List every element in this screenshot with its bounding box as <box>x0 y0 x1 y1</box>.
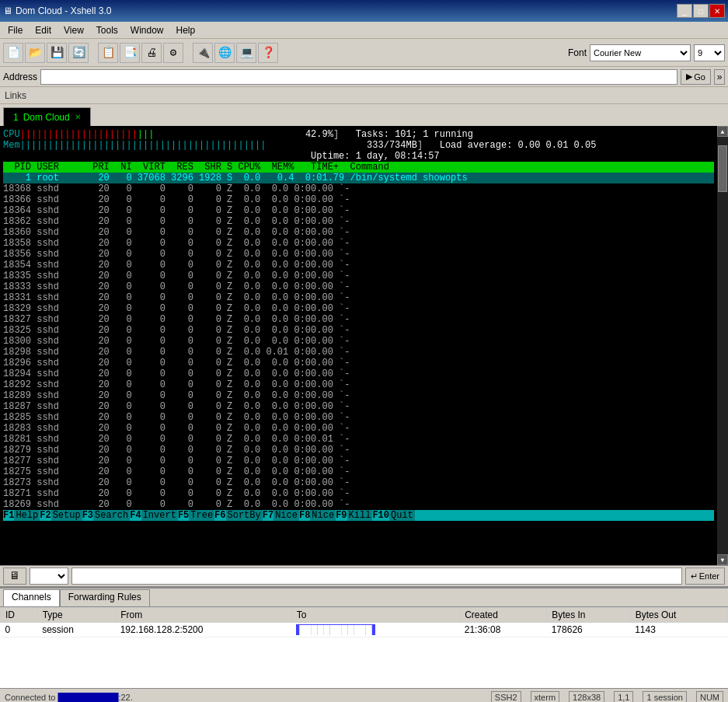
col-id: ID <box>1 608 38 623</box>
terminal-scrollbar[interactable]: ▲ ▼ <box>717 126 728 565</box>
tab-channels[interactable]: Channels <box>3 589 60 606</box>
titlebar-title: Dom Cloud - Xshell 3.0 <box>16 5 111 16</box>
col-from: From <box>116 608 292 623</box>
cell-from: 192.168.128.2:5200 <box>116 623 292 637</box>
menu-view[interactable]: View <box>57 23 90 37</box>
status-session: 1 session <box>643 691 686 703</box>
globe-button[interactable]: 🌐 <box>214 43 235 63</box>
cell-type: session <box>37 623 115 637</box>
scroll-down-button[interactable]: ▼ <box>717 554 728 565</box>
menu-tools[interactable]: Tools <box>90 23 124 37</box>
menubar: File Edit View Tools Window Help <box>0 22 728 39</box>
tab-close-icon[interactable]: ✕ <box>75 113 81 121</box>
new-button[interactable]: 📄 <box>3 43 23 63</box>
font-size-select[interactable]: 9 10 12 <box>694 44 725 61</box>
panel-content: ID Type From To Created Bytes In Bytes O… <box>0 607 728 690</box>
terminal-wrapper: CPU|||||||||||||||||||||||| 42.9%] Tasks… <box>0 126 728 565</box>
enter-label: Enter <box>699 571 719 581</box>
col-type: Type <box>37 608 115 623</box>
titlebar: 🖥 Dom Cloud - Xshell 3.0 _ □ ✕ <box>0 0 728 22</box>
go-arrow-icon: ▶ <box>686 72 692 82</box>
go-label: Go <box>694 72 705 82</box>
enter-button[interactable]: ↵ Enter <box>685 568 725 585</box>
toolbar-sep-2 <box>186 43 190 63</box>
scroll-track <box>717 137 728 554</box>
channels-table: ID Type From To Created Bytes In Bytes O… <box>0 607 728 637</box>
toolbar: 📄 📂 💾 🔄 📋 📑 🖨 ⚙ 🔌 🌐 💻 ❓ Font Courier New… <box>0 39 728 67</box>
tab-icon: 1 <box>13 112 19 123</box>
status-num: NUM <box>696 691 723 703</box>
address-label: Address <box>3 72 37 82</box>
to-value: ████████████ <box>296 624 375 635</box>
bottom-panel: Channels Forwarding Rules ID Type From T… <box>0 587 728 688</box>
input-dropdown[interactable] <box>30 568 68 585</box>
maximize-button[interactable]: □ <box>693 4 709 18</box>
font-select[interactable]: Courier New <box>590 44 691 61</box>
command-input[interactable] <box>71 568 682 585</box>
connect-button[interactable]: 🔌 <box>193 43 213 63</box>
menu-file[interactable]: File <box>2 23 29 37</box>
linksbar: Links <box>0 87 728 104</box>
cell-created: 21:36:08 <box>460 623 547 637</box>
status-size: 128x38 <box>569 691 604 703</box>
expand-button[interactable]: » <box>714 69 725 85</box>
app-icon: 🖥 <box>3 5 12 16</box>
panel-tabs: Channels Forwarding Rules <box>0 588 728 607</box>
minimize-button[interactable]: _ <box>677 4 692 18</box>
terminal-button[interactable]: 💻 <box>236 43 256 63</box>
go-button[interactable]: ▶ Go <box>681 69 711 85</box>
tabbar: 1 Dom Cloud ✕ <box>0 104 728 126</box>
col-bytes-out: Bytes Out <box>630 608 727 623</box>
close-button[interactable]: ✕ <box>709 4 725 18</box>
status-pos: 1,1 <box>614 691 633 703</box>
refresh-button[interactable]: 🔄 <box>68 43 89 63</box>
status-ssh2: SSH2 <box>491 691 521 703</box>
col-created: Created <box>460 608 547 623</box>
enter-arrow-icon: ↵ <box>691 571 698 582</box>
terminal[interactable]: CPU|||||||||||||||||||||||| 42.9%] Tasks… <box>0 126 717 565</box>
help-button[interactable]: ❓ <box>258 43 278 63</box>
links-label: Links <box>5 90 26 101</box>
open-button[interactable]: 📂 <box>25 43 45 63</box>
font-area: Font Courier New 9 10 12 <box>568 44 725 61</box>
status-xterm: xterm <box>531 691 560 703</box>
save-button[interactable]: 💾 <box>47 43 67 63</box>
copy-button[interactable]: 📋 <box>98 43 118 63</box>
scroll-thumb[interactable] <box>718 145 727 192</box>
address-input[interactable] <box>40 69 677 85</box>
inputbar: 🖥 ↵ Enter <box>0 565 728 587</box>
properties-button[interactable]: ⚙ <box>163 43 183 63</box>
paste-button[interactable]: 📑 <box>120 43 140 63</box>
cell-to: ████████████ <box>291 623 460 637</box>
menu-help[interactable]: Help <box>170 23 202 37</box>
statusbar: Connected to ██████████:22. SSH2 xterm 1… <box>0 688 728 702</box>
addressbar: Address ▶ Go » <box>0 67 728 87</box>
col-to: To <box>291 608 460 623</box>
input-type-button[interactable]: 🖥 <box>3 568 26 585</box>
tab-label: Dom Cloud <box>23 112 70 123</box>
titlebar-controls: _ □ ✕ <box>677 4 725 18</box>
cell-bytes-out: 1143 <box>630 623 727 637</box>
status-connected-text: Connected to ██████████:22. <box>5 693 133 702</box>
toolbar-sep-1 <box>92 43 95 63</box>
menu-edit[interactable]: Edit <box>29 23 57 37</box>
menu-window[interactable]: Window <box>124 23 170 37</box>
status-right: SSH2 xterm 128x38 1,1 1 session NUM <box>491 691 723 703</box>
font-label: Font <box>568 47 587 58</box>
scroll-up-button[interactable]: ▲ <box>717 126 728 137</box>
cell-id: 0 <box>1 623 38 637</box>
tab-domcloud[interactable]: 1 Dom Cloud ✕ <box>3 107 91 126</box>
col-bytes-in: Bytes In <box>547 608 630 623</box>
table-row: 0 session 192.168.128.2:5200 ███████████… <box>1 623 728 637</box>
titlebar-left: 🖥 Dom Cloud - Xshell 3.0 <box>3 5 111 16</box>
tab-forwarding-rules[interactable]: Forwarding Rules <box>60 589 150 606</box>
print-button[interactable]: 🖨 <box>141 43 162 63</box>
cell-bytes-in: 178626 <box>547 623 630 637</box>
